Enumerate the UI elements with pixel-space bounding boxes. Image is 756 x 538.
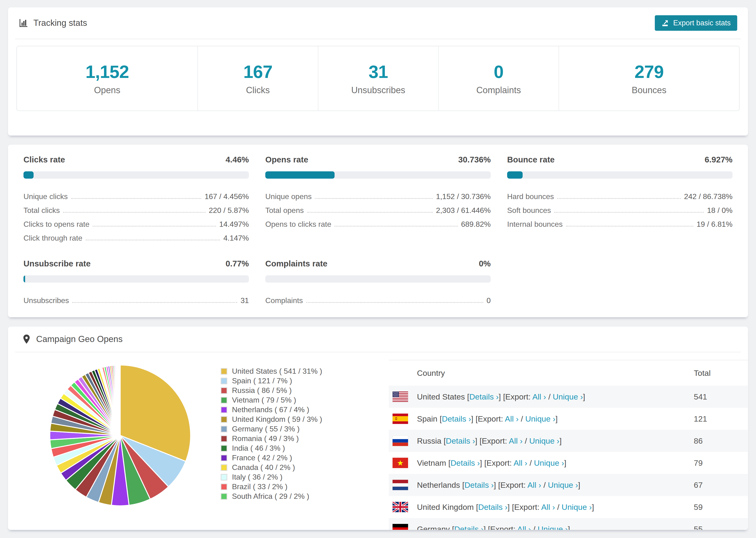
bounce-rate-progress-fill: [507, 171, 523, 179]
unsubscribe-rate-value: 0.77%: [226, 259, 249, 268]
details-link[interactable]: Details ›: [442, 414, 471, 423]
tracking-stats-title-group: Tracking stats: [19, 18, 87, 28]
country-total: 79: [694, 458, 748, 467]
export-unique-link[interactable]: Unique ›: [548, 480, 578, 489]
bounces-count: 279: [635, 62, 664, 82]
legend-swatch: [221, 406, 227, 413]
click-through-value: 4.147%: [223, 234, 249, 242]
details-link[interactable]: Details ›: [478, 503, 508, 511]
clicks-count: 167: [243, 62, 272, 82]
legend-swatch: [221, 493, 227, 500]
country-total: 86: [694, 436, 748, 446]
complaints-rate-title: Complaints rate: [265, 259, 328, 268]
country-name: Netherlands: [417, 480, 460, 489]
geo-opens-card: Campaign Geo Opens United States ( 541 /…: [8, 326, 748, 530]
clicks-rate-progressbar: [24, 171, 249, 179]
bounce-rate-progressbar: [507, 171, 732, 179]
export-basic-stats-button[interactable]: Export basic stats: [655, 15, 737, 31]
geo-legend: United States ( 541 / 31% ) Spain ( 121 …: [221, 366, 322, 501]
export-unique-link[interactable]: Unique ›: [525, 414, 556, 423]
clicks-rate-value: 4.46%: [226, 155, 249, 164]
legend-swatch: [221, 387, 227, 394]
opens-to-clicks-value: 689.82%: [461, 220, 491, 229]
country-name: United Kingdom: [417, 503, 474, 511]
flag-netherlands-icon: [393, 480, 408, 490]
country-total: 121: [694, 414, 748, 423]
complaints-value: 0: [486, 296, 491, 305]
export-unique-link[interactable]: Unique ›: [562, 503, 592, 511]
clicks-label: Clicks: [246, 85, 270, 95]
page-title: Tracking stats: [33, 18, 87, 28]
opens-label: Opens: [94, 85, 121, 95]
pie-slice: [120, 365, 121, 435]
flag-russia-icon: [393, 436, 408, 446]
export-all-link[interactable]: All ›: [532, 392, 546, 401]
details-link[interactable]: Details ›: [454, 525, 484, 530]
unsubscribes-value: 31: [241, 296, 249, 305]
legend-swatch: [221, 397, 227, 404]
opens-rate-block: Opens rate 30.736% Unique opens1,152 / 3…: [265, 155, 491, 242]
hard-bounces-value: 242 / 86.738%: [684, 192, 732, 201]
legend-item: Brazil ( 33 / 2% ): [221, 482, 322, 492]
export-unique-link[interactable]: Unique ›: [534, 458, 564, 467]
legend-item: Italy ( 36 / 2% ): [221, 472, 322, 482]
unsubscribe-rate-block: Unsubscribe rate 0.77% Unsubscribes31: [24, 259, 249, 305]
opens-rate-title: Opens rate: [265, 155, 308, 164]
opens-rate-progressbar: [265, 171, 491, 179]
flag-united-kingdom-icon: [393, 502, 408, 512]
summary-stats-panel: 1,152 Opens 167 Clicks 31 Unsubscribes 0…: [17, 46, 739, 111]
export-all-link[interactable]: All ›: [509, 436, 523, 445]
legend-swatch: [221, 474, 227, 480]
table-row-germany: Germany [Details ›] [Export: All › / Uni…: [389, 518, 748, 530]
export-all-link[interactable]: All ›: [527, 480, 541, 489]
export-all-link[interactable]: All ›: [505, 414, 519, 423]
legend-item: France ( 42 / 2% ): [221, 453, 322, 463]
export-unique-link[interactable]: Unique ›: [529, 436, 560, 445]
total-column-header: Total: [694, 368, 748, 378]
export-unique-link[interactable]: Unique ›: [553, 392, 583, 401]
stat-complaints: 0 Complaints: [438, 46, 559, 111]
export-all-link[interactable]: All ›: [541, 503, 555, 511]
flag-united-states-icon: [393, 392, 408, 402]
bounce-rate-title: Bounce rate: [507, 155, 555, 164]
tracking-stats-card: Tracking stats Export basic stats 1,152 …: [8, 7, 748, 136]
unique-clicks-value: 167 / 4.456%: [204, 192, 249, 201]
clicks-to-opens-value: 14.497%: [219, 220, 249, 229]
soft-bounces-value: 18 / 0%: [707, 206, 732, 215]
table-row-spain: Spain [Details ›] [Export: All › / Uniqu…: [389, 408, 748, 430]
rates-card: Clicks rate 4.46% Unique clicks167 / 4.4…: [8, 144, 748, 317]
export-all-link[interactable]: All ›: [513, 458, 527, 467]
table-row-united-states: United States [Details ›] [Export: All ›…: [389, 386, 748, 408]
geo-opens-header: Campaign Geo Opens: [8, 327, 748, 352]
total-clicks-label: Total clicks: [24, 206, 60, 215]
opens-count: 1,152: [85, 62, 129, 82]
unsubscribes-count: 31: [369, 62, 388, 82]
stat-unsubscribes: 31 Unsubscribes: [318, 46, 438, 111]
country-name: Russia: [417, 436, 441, 445]
hard-bounces-label: Hard bounces: [507, 192, 554, 201]
table-row-united-kingdom: United Kingdom [Details ›] [Export: All …: [389, 496, 748, 518]
legend-swatch: [221, 435, 227, 442]
bounce-rate-value: 6.927%: [705, 155, 732, 164]
geo-country-table: Country Total United States [Details ›] …: [389, 360, 748, 530]
total-opens-label: Total opens: [265, 206, 304, 215]
total-clicks-value: 220 / 5.87%: [209, 206, 249, 215]
legend-item: Germany ( 55 / 3% ): [221, 424, 322, 434]
export-unique-link[interactable]: Unique ›: [538, 525, 568, 530]
internal-bounces-label: Internal bounces: [507, 220, 563, 229]
table-row-russia: Russia [Details ›] [Export: All › / Uniq…: [389, 430, 748, 452]
legend-item: Romania ( 49 / 3% ): [221, 434, 322, 443]
details-link[interactable]: Details ›: [464, 480, 494, 489]
internal-bounces-value: 19 / 6.81%: [697, 220, 732, 229]
details-link[interactable]: Details ›: [446, 436, 475, 445]
details-link[interactable]: Details ›: [451, 458, 480, 467]
table-row-netherlands: Netherlands [Details ›] [Export: All › /…: [389, 474, 748, 496]
flag-spain-icon: [393, 413, 408, 424]
details-link[interactable]: Details ›: [469, 392, 499, 401]
legend-item: United Kingdom ( 59 / 3% ): [221, 414, 322, 424]
click-through-label: Click through rate: [24, 234, 82, 242]
flag-germany-icon: [393, 524, 408, 530]
geo-pie-wrap: [48, 364, 192, 507]
export-all-link[interactable]: All ›: [517, 525, 531, 530]
complaints-label: Complaints: [265, 296, 303, 305]
